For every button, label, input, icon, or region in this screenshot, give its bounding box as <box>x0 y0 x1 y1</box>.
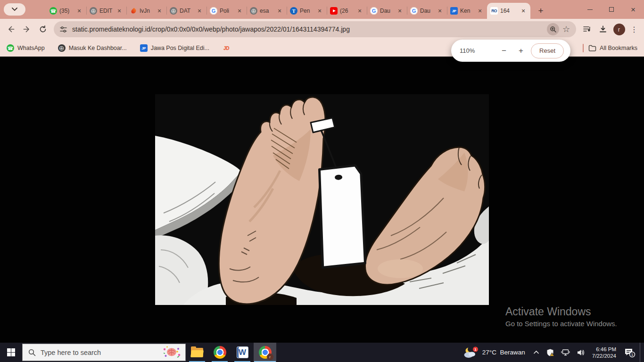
arrow-right-icon <box>23 25 31 33</box>
article-image[interactable] <box>155 94 489 305</box>
tab-close-icon[interactable]: × <box>356 7 363 15</box>
tab-close-icon[interactable]: × <box>276 7 283 15</box>
tab-search-button[interactable] <box>4 3 25 16</box>
tab-close-icon[interactable]: × <box>396 7 404 15</box>
page-content: Activate Windows Go to Settings to activ… <box>0 57 644 343</box>
search-magnifier-icon <box>28 349 36 356</box>
browser-menu-button[interactable]: ⋮ <box>627 25 641 34</box>
tab-favicon <box>250 7 257 15</box>
tab-close-icon[interactable]: × <box>520 7 527 15</box>
tab-close-icon[interactable]: × <box>436 7 444 15</box>
browser-tab[interactable]: DAT × <box>166 3 206 19</box>
forward-button[interactable] <box>19 21 35 37</box>
zoom-level: 110% <box>460 47 475 54</box>
browser-tab[interactable]: (35) × <box>46 3 86 19</box>
tab-favicon <box>50 7 57 15</box>
network-tray-icon[interactable] <box>559 343 572 362</box>
tab-title: Dau <box>380 8 394 14</box>
browser-tab[interactable]: EDIT × <box>86 3 126 19</box>
tray-expand-button[interactable] <box>531 343 542 362</box>
reload-icon <box>39 25 47 33</box>
media-controls-button[interactable] <box>579 21 595 37</box>
minimize-button[interactable] <box>579 0 601 19</box>
tab-close-icon[interactable]: × <box>316 7 323 15</box>
shield-warning-icon <box>546 348 554 357</box>
bookmark-label: WhatsApp <box>17 45 45 51</box>
notification-bubble-icon: 1 <box>623 347 636 358</box>
bookmarks-separator <box>583 44 584 52</box>
tab-favicon: T <box>290 7 297 15</box>
volume-tray-icon[interactable] <box>574 343 587 362</box>
browser-tab[interactable]: G Dau × <box>407 3 447 19</box>
show-desktop-button[interactable] <box>640 343 642 362</box>
browser-tab[interactable]: esa × <box>247 3 287 19</box>
tab-favicon: G <box>210 7 217 15</box>
address-bar[interactable]: static.promediateknologi.id/crop/0x0:0x0… <box>54 21 576 37</box>
taskbar-file-explorer[interactable] <box>186 343 208 362</box>
taskbar-word[interactable]: W <box>231 343 254 362</box>
zoom-popup: 110% − + Reset <box>451 40 570 62</box>
notification-badge: 1 <box>631 353 634 357</box>
taskbar-chrome-profile[interactable]: r <box>254 343 276 362</box>
reload-button[interactable] <box>35 21 51 37</box>
tab-title: (26 <box>340 8 354 14</box>
chrome-profile-icon: r <box>259 346 272 359</box>
zoom-indicator-button[interactable] <box>547 23 559 35</box>
browser-tab[interactable]: IvJn × <box>126 3 166 19</box>
weather-cloud-moon-icon: 1 <box>462 346 479 359</box>
tab-title: esa <box>260 8 273 14</box>
tab-favicon <box>170 7 177 15</box>
profile-avatar[interactable]: r <box>611 21 627 37</box>
tab-close-icon[interactable]: × <box>75 7 83 15</box>
network-icon <box>561 349 570 356</box>
search-input[interactable] <box>41 349 157 356</box>
taskbar-search[interactable] <box>22 344 186 361</box>
security-tray-icon[interactable] <box>544 343 557 362</box>
start-button[interactable] <box>0 343 22 362</box>
tab-close-icon[interactable]: × <box>476 7 484 15</box>
action-center-button[interactable]: 1 <box>621 343 638 362</box>
all-bookmarks-button[interactable]: All Bookmarks <box>588 45 637 51</box>
bookmark-item[interactable]: Masuk Ke Dashboar... <box>58 44 127 52</box>
bookmark-favicon: JP <box>140 44 148 52</box>
weather-badge: 1 <box>474 347 477 352</box>
word-icon: W <box>237 346 248 358</box>
browser-tab[interactable]: G Dau × <box>367 3 407 19</box>
bookmark-item[interactable]: WhatsApp <box>7 44 45 52</box>
restore-button[interactable] <box>601 0 622 19</box>
site-info-icon[interactable] <box>59 25 67 33</box>
zoom-reset-button[interactable]: Reset <box>531 43 564 58</box>
browser-tab[interactable]: (26 × <box>327 3 367 19</box>
tab-close-icon[interactable]: × <box>116 7 123 15</box>
search-highlight-doodle-icon[interactable] <box>162 346 182 360</box>
windows-start-icon <box>7 348 15 356</box>
tab-close-icon[interactable]: × <box>156 7 163 15</box>
browser-tab[interactable]: G Poli × <box>206 3 247 19</box>
bookmark-star-icon[interactable]: ☆ <box>559 22 573 36</box>
new-tab-button[interactable]: + <box>534 4 547 17</box>
downloads-button[interactable] <box>595 21 611 37</box>
tab-title: Dau <box>420 8 434 14</box>
weather-widget[interactable]: 1 27°C Berawan <box>459 346 529 359</box>
close-window-button[interactable]: × <box>622 0 644 19</box>
zoom-in-button[interactable]: + <box>514 44 528 58</box>
taskbar-clock[interactable]: 6:46 PM 7/22/2024 <box>589 346 619 359</box>
browser-tab[interactable]: RO 164 × <box>487 3 530 19</box>
back-button[interactable] <box>3 21 19 37</box>
tab-close-icon[interactable]: × <box>196 7 203 15</box>
browser-tab[interactable]: T Pen × <box>287 3 327 19</box>
close-icon: × <box>631 6 636 14</box>
bookmark-favicon: JD <box>223 44 230 52</box>
browser-tab[interactable]: JP Ken × <box>447 3 487 19</box>
clock-date: 7/22/2024 <box>592 353 616 359</box>
tab-title: DAT <box>180 8 193 14</box>
tab-title: Pen <box>300 8 314 14</box>
tab-close-icon[interactable]: × <box>236 7 243 15</box>
zoom-out-button[interactable]: − <box>497 44 511 58</box>
window-controls: × <box>579 0 644 19</box>
bookmark-item[interactable]: JD <box>223 44 233 52</box>
taskbar-chrome[interactable] <box>208 343 231 362</box>
bookmark-item[interactable]: JP Jawa Pos Digital Edi... <box>140 44 209 52</box>
arrow-left-icon <box>7 25 15 33</box>
chevron-down-icon <box>12 8 17 11</box>
